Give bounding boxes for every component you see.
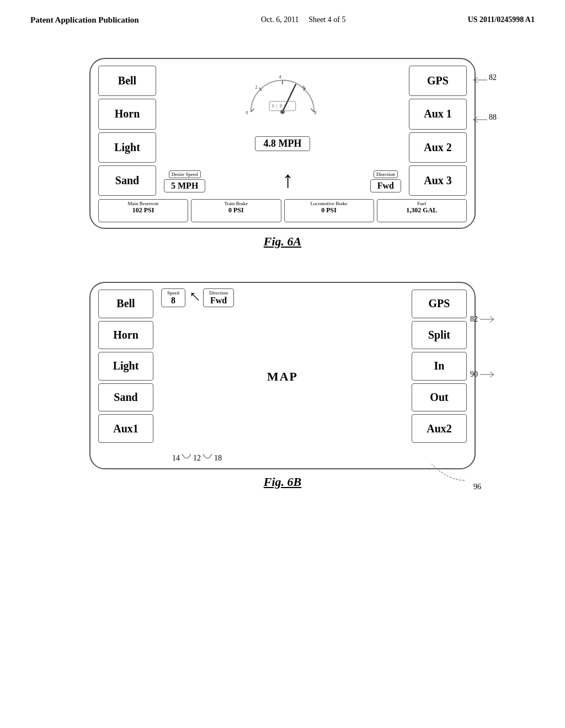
- fuel-value: 1,302 GAL: [406, 206, 437, 215]
- direction-box-6b: Direction Fwd: [203, 288, 234, 307]
- train-brake-gauge: Train Brake 0 PSI: [191, 199, 281, 222]
- svg-line-24: [490, 317, 494, 319]
- svg-text:0: 0: [246, 110, 248, 115]
- speed-label-6b: Speed: [167, 290, 179, 296]
- aux3-button-6a[interactable]: Aux 3: [409, 165, 467, 196]
- svg-text:8: 8: [280, 104, 282, 109]
- svg-line-23: [473, 120, 478, 122]
- svg-line-26: [490, 372, 494, 374]
- caption-6b: Fig. 6B: [264, 475, 301, 489]
- header-info: Oct. 6, 2011 Sheet 4 of 5: [261, 15, 345, 24]
- svg-line-27: [490, 374, 494, 377]
- direction-value-6b: Fwd: [210, 296, 227, 306]
- sand-button-6a[interactable]: Sand: [98, 165, 156, 196]
- sheet-info: Sheet 4 of 5: [308, 15, 345, 24]
- svg-line-22: [473, 117, 478, 120]
- main-reservoir-gauge: Main Reservoir 102 PSI: [98, 199, 188, 222]
- desired-speed-label: Desire Speed: [169, 170, 201, 178]
- ref-88-6a: 88: [489, 113, 497, 122]
- page-header: Patent Application Publication Oct. 6, 2…: [0, 0, 565, 25]
- svg-text:.: .: [288, 104, 289, 109]
- figures-container: Bell Horn Light Sand GPS Aux 1 Aux 2 Aux…: [0, 25, 565, 489]
- svg-text:0: 0: [272, 104, 274, 109]
- direction-label-6a: Direction: [374, 170, 398, 178]
- bell-button-6a[interactable]: Bell: [98, 66, 156, 96]
- map-area: MAP: [161, 311, 404, 443]
- figure-6b-block: Bell Horn Light Sand Aux1 GPS Split In O…: [89, 282, 476, 489]
- speedometer-svg: 0 4 8 2 6 0 | 8 |: [238, 65, 327, 120]
- main-reservoir-label: Main Reservoir: [128, 201, 159, 206]
- direction-label-6b: Direction: [209, 290, 228, 296]
- aux1-button-6b[interactable]: Aux1: [98, 414, 153, 443]
- loco-brake-value: 0 PSI: [321, 206, 337, 215]
- bell-button-6b[interactable]: Bell: [98, 290, 153, 318]
- sand-button-6b[interactable]: Sand: [98, 383, 153, 412]
- patent-number: US 2011/0245998 A1: [468, 15, 535, 24]
- panel-6b: Bell Horn Light Sand Aux1 GPS Split In O…: [89, 282, 476, 469]
- speed-arrow-6b: ↑: [184, 285, 204, 306]
- svg-line-20: [473, 80, 478, 83]
- gps-button-6a[interactable]: GPS: [409, 66, 467, 96]
- ref-82-6b: 82: [470, 315, 497, 324]
- fuel-gauge: Fuel 1,302 GAL: [377, 199, 467, 222]
- loco-brake-gauge: Locomotive Brake 0 PSI: [284, 199, 374, 222]
- ref-96-6b: 96: [473, 483, 481, 491]
- light-button-6a[interactable]: Light: [98, 132, 156, 163]
- panel-6a: Bell Horn Light Sand GPS Aux 1 Aux 2 Aux…: [89, 58, 476, 229]
- horn-button-6b[interactable]: Horn: [98, 321, 153, 350]
- ref-82-6a: 82: [489, 73, 497, 82]
- direction-arrow-up: ↑: [282, 168, 294, 191]
- desired-speed-value: 5 MPH: [164, 179, 205, 192]
- svg-text:8: 8: [314, 110, 316, 115]
- svg-text:4: 4: [279, 74, 281, 79]
- caption-6a: Fig. 6A: [264, 234, 301, 249]
- loco-brake-label: Locomotive Brake: [311, 201, 348, 206]
- aux1-button-6a[interactable]: Aux 1: [409, 99, 467, 129]
- in-button-6b[interactable]: In: [412, 352, 467, 381]
- horn-button-6a[interactable]: Horn: [98, 99, 156, 129]
- out-button-6b[interactable]: Out: [412, 383, 467, 412]
- ref-12: 12: [193, 454, 201, 463]
- train-brake-value: 0 PSI: [228, 206, 244, 215]
- light-button-6b[interactable]: Light: [98, 352, 153, 381]
- publication-title: Patent Application Publication: [30, 15, 139, 25]
- gps-button-6b[interactable]: GPS: [412, 290, 467, 318]
- figure-6a-wrapper: Bell Horn Light Sand GPS Aux 1 Aux 2 Aux…: [89, 58, 476, 229]
- ref-90-6b: 90: [470, 370, 497, 379]
- aux2-button-6a[interactable]: Aux 2: [409, 132, 467, 163]
- main-reservoir-value: 102 PSI: [132, 206, 154, 215]
- ref-14: 14: [172, 454, 180, 463]
- ref-18: 18: [214, 454, 222, 463]
- figure-6a-block: Bell Horn Light Sand GPS Aux 1 Aux 2 Aux…: [89, 58, 476, 249]
- split-button-6b[interactable]: Split: [412, 321, 467, 350]
- svg-text:|: |: [284, 104, 285, 109]
- svg-text:2: 2: [255, 84, 257, 90]
- svg-text:6: 6: [302, 84, 305, 90]
- publication-date: Oct. 6, 2011: [261, 15, 299, 24]
- train-brake-label: Train Brake: [224, 201, 248, 206]
- svg-line-25: [490, 319, 494, 322]
- figure-6b-wrapper: Bell Horn Light Sand Aux1 GPS Split In O…: [89, 282, 476, 469]
- svg-text:|: |: [276, 104, 278, 109]
- direction-value-6a: Fwd: [370, 179, 401, 192]
- svg-point-11: [280, 110, 285, 114]
- svg-line-19: [473, 77, 478, 80]
- speed-display-6a: 4.8 MPH: [255, 136, 310, 151]
- aux2-button-6b[interactable]: Aux2: [412, 414, 467, 443]
- speed-value-6b: 8: [171, 296, 175, 306]
- fuel-label: Fuel: [417, 201, 426, 206]
- speed-box-6b: Speed 8: [161, 288, 185, 307]
